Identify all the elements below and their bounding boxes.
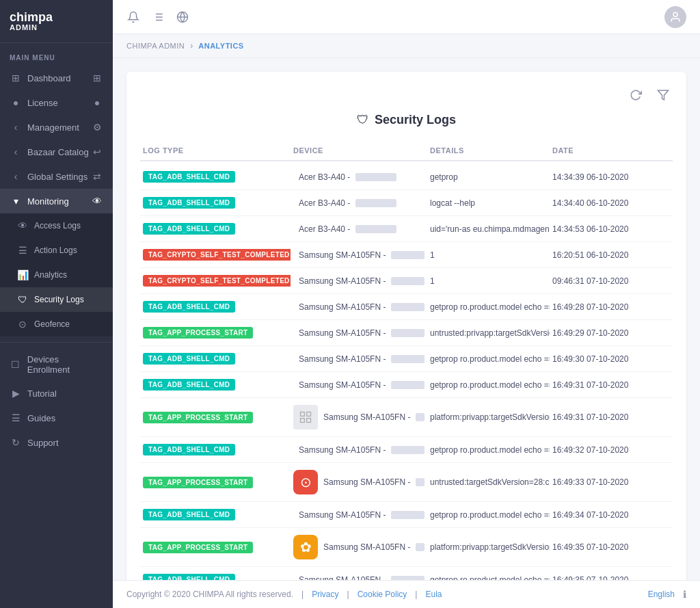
table-row: TAG_ADB_SHELL_CMD Acer B3-A40 - uid='run…: [140, 216, 673, 242]
sidebar-item-access-logs[interactable]: 👁 Access Logs: [0, 213, 113, 238]
log-date: 16:49:31 07-10-2020: [552, 412, 628, 422]
log-details: getprop ro.product.model echo ======== o…: [430, 380, 550, 390]
cell-date: 09:46:31 07-10-2020: [550, 276, 673, 286]
footer-language[interactable]: English: [648, 590, 675, 599]
device-name: Samsung SM-A105FN -: [299, 445, 386, 455]
cell-date: 14:34:39 06-10-2020: [550, 172, 673, 182]
cell-badge: TAG_ADB_SHELL_CMD: [140, 574, 291, 580]
device-redacted: [391, 329, 425, 337]
logo-admin: ADMIN: [10, 23, 103, 31]
dashboard-icon: ⊞: [10, 72, 22, 84]
cell-badge: TAG_ADB_SHELL_CMD: [140, 171, 291, 183]
tutorial-icon: ▶: [10, 387, 22, 399]
sidebar: chimpa ADMIN MAIN MENU ⊞ Dashboard ⊞ ● L…: [0, 0, 113, 608]
sidebar-item-bazaar[interactable]: ‹ Bazaar Catalog ↩: [0, 140, 113, 164]
cell-badge: TAG_APP_PROCESS_START: [140, 412, 291, 423]
footer-copyright: Copyright © 2020 CHIMPA All rights reser…: [126, 590, 293, 599]
cell-date: 16:20:51 06-10-2020: [550, 250, 673, 260]
log-details: uid='run-as eu.chimpa.mdmagent whoami' &…: [430, 224, 550, 234]
table-row: TAG_ADB_SHELL_CMD Samsung SM-A105FN - ge…: [140, 294, 673, 320]
footer-cookie-policy[interactable]: Cookie Policy: [358, 590, 407, 599]
log-type-badge: TAG_APP_PROCESS_START: [143, 412, 253, 423]
cell-device: Samsung SM-A105FN -: [291, 354, 427, 364]
device-name: Samsung SM-A105FN -: [299, 250, 386, 260]
sidebar-item-analytics[interactable]: 📊 Analytics: [0, 263, 113, 287]
sidebar-item-guides[interactable]: ☰ Guides: [0, 406, 113, 430]
log-details: untrusted:targetSdkVersion=28:complete: [430, 477, 550, 487]
sidebar-item-label: Access Logs: [34, 221, 81, 230]
card-title-row: 🛡 Security Logs: [140, 113, 673, 127]
col-device: DEVICE: [291, 146, 427, 155]
log-date: 16:20:51 06-10-2020: [552, 250, 628, 260]
cell-details: 1: [427, 276, 550, 286]
log-date: 16:49:30 07-10-2020: [552, 354, 628, 364]
sidebar-item-global-settings[interactable]: ‹ Global Settings ⇄: [0, 164, 113, 189]
table-row: TAG_APP_PROCESS_START ✿ Samsung SM-A105F…: [140, 528, 673, 567]
filter-button[interactable]: [654, 85, 673, 105]
list-icon[interactable]: [151, 10, 165, 24]
device-redacted: [391, 277, 425, 285]
content-area: 🛡 Security Logs LOG TYPE DEVICE DETAILS …: [113, 58, 700, 580]
bazaar-icon: ‹: [10, 146, 22, 158]
sidebar-item-geofence[interactable]: ⊙ Geofence: [0, 312, 113, 336]
device-redacted: [391, 446, 425, 454]
log-type-badge: TAG_APP_PROCESS_START: [143, 542, 253, 553]
cell-device: Samsung SM-A105FN -: [291, 510, 427, 520]
cell-date: 16:49:31 07-10-2020: [550, 412, 673, 422]
log-date: 16:49:35 07-10-2020: [552, 575, 628, 581]
bell-icon[interactable]: [126, 10, 140, 24]
sidebar-item-security-logs[interactable]: 🛡 Security Logs: [0, 287, 113, 312]
table-row: TAG_ADB_SHELL_CMD Samsung SM-A105FN - ge…: [140, 567, 673, 580]
cell-badge: TAG_APP_PROCESS_START: [140, 327, 291, 339]
cell-details: uid='run-as eu.chimpa.mdmagent whoami' &…: [427, 224, 550, 234]
device-redacted: [355, 225, 396, 233]
col-date: DATE: [550, 146, 673, 155]
log-date: 16:49:31 07-10-2020: [552, 380, 628, 390]
refresh-button[interactable]: [626, 85, 645, 105]
log-date: 14:34:53 06-10-2020: [552, 224, 628, 234]
sidebar-item-support[interactable]: ↻ Support: [0, 430, 113, 455]
footer-info-icon[interactable]: ℹ: [683, 589, 686, 600]
sidebar-item-tutorial[interactable]: ▶ Tutorial: [0, 381, 113, 406]
device-redacted: [416, 413, 425, 421]
footer-eula[interactable]: Eula: [425, 590, 442, 599]
device-redacted: [355, 173, 396, 181]
cell-date: 16:49:35 07-10-2020: [550, 542, 673, 552]
table-body: TAG_ADB_SHELL_CMD Acer B3-A40 - getprop …: [140, 164, 673, 580]
page-title: Security Logs: [375, 113, 456, 127]
log-type-badge: TAG_APP_PROCESS_START: [143, 327, 253, 339]
log-type-badge: TAG_ADB_SHELL_CMD: [143, 574, 235, 580]
log-date: 16:49:34 07-10-2020: [552, 510, 628, 520]
device-redacted: [391, 251, 425, 259]
sidebar-section-main: MAIN MENU: [0, 43, 113, 66]
cell-device: ⊙ Samsung SM-A105FN -: [291, 470, 427, 494]
log-details: getprop ro.product.model echo ======== o…: [430, 510, 550, 520]
device-name: Samsung SM-A105FN -: [299, 354, 386, 364]
breadcrumb: CHIMPA ADMIN › ANALYTICS: [113, 34, 700, 58]
svg-rect-11: [307, 412, 311, 417]
sidebar-item-devices-enrollment[interactable]: ☐ Devices Enrollment: [0, 348, 113, 381]
cell-device: Acer B3-A40 -: [291, 172, 427, 182]
sidebar-item-license[interactable]: ● License ●: [0, 90, 113, 115]
log-type-badge: TAG_ADB_SHELL_CMD: [143, 379, 235, 391]
dashboard-action-icon: ⊞: [91, 72, 103, 84]
user-avatar[interactable]: [664, 6, 686, 28]
table-row: TAG_ADB_SHELL_CMD Samsung SM-A105FN - ge…: [140, 437, 673, 463]
device-name: Samsung SM-A105FN -: [299, 575, 386, 581]
breadcrumb-parent[interactable]: CHIMPA ADMIN: [126, 42, 185, 50]
cell-date: 16:49:35 07-10-2020: [550, 575, 673, 581]
footer-sep2: |: [347, 590, 349, 599]
table-row: TAG_ADB_SHELL_CMD Acer B3-A40 - logcat -…: [140, 190, 673, 216]
footer-privacy[interactable]: Privacy: [312, 590, 338, 599]
cell-details: getprop ro.product.model echo ======== o…: [427, 445, 550, 455]
sidebar-item-dashboard[interactable]: ⊞ Dashboard ⊞: [0, 66, 113, 90]
logo-name: chimpa: [10, 11, 103, 23]
sidebar-item-management[interactable]: ‹ Management ⚙: [0, 115, 113, 140]
table-row: TAG_ADB_SHELL_CMD Samsung SM-A105FN - ge…: [140, 372, 673, 398]
log-type-badge: TAG_CRYPTO_SELF_TEST_COMPLETED: [143, 249, 291, 261]
sidebar-item-label: Support: [27, 438, 59, 448]
globe-icon[interactable]: [176, 10, 189, 24]
sidebar-item-monitoring[interactable]: ▾ Monitoring 👁: [0, 189, 113, 213]
log-type-badge: TAG_ADB_SHELL_CMD: [143, 509, 235, 520]
sidebar-item-action-logs[interactable]: ☰ Action Logs: [0, 238, 113, 263]
